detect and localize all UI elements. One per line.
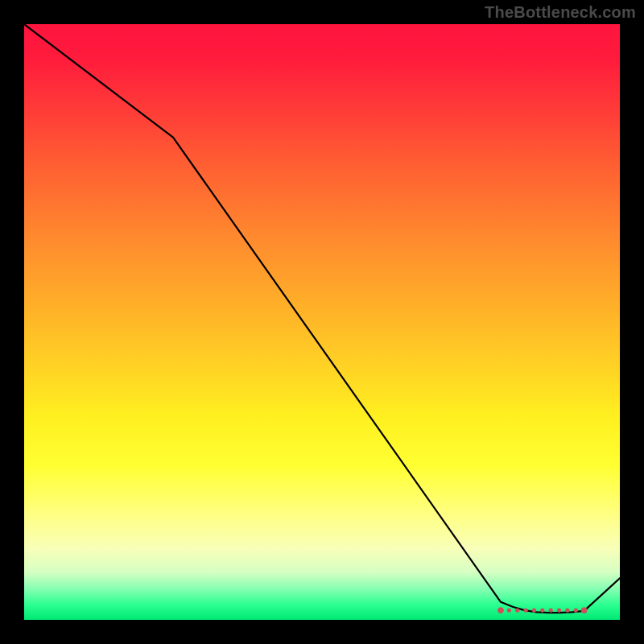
optimal-marker — [557, 609, 560, 612]
line-layer — [24, 24, 620, 620]
optimal-marker — [516, 609, 519, 612]
plot-area — [24, 24, 620, 620]
optimal-marker — [541, 609, 544, 612]
optimal-marker — [549, 609, 552, 612]
optimal-marker — [581, 608, 587, 613]
watermark-text: TheBottleneck.com — [485, 3, 636, 22]
optimal-marker — [498, 608, 504, 613]
optimal-marker — [574, 609, 577, 612]
optimal-marker — [524, 609, 527, 612]
optimal-marker — [566, 609, 569, 612]
chart-frame: TheBottleneck.com — [0, 0, 644, 644]
optimal-marker — [532, 609, 535, 612]
optimal-marker — [507, 609, 510, 612]
bottleneck-curve — [24, 24, 620, 613]
